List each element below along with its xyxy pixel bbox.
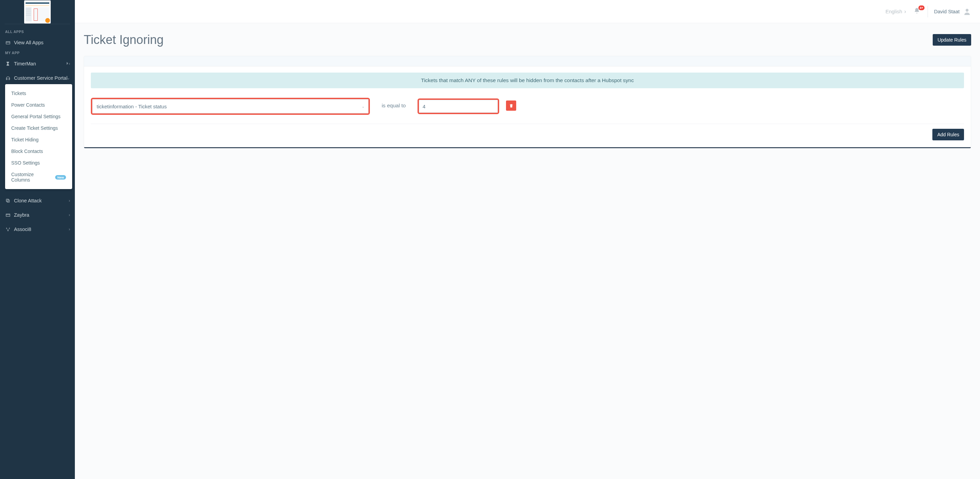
user-menu[interactable]: David Staat xyxy=(934,8,971,16)
main-area: English › 4+ David Staat Ticket Ignoring… xyxy=(75,0,980,479)
chevron-down-icon: ⌄ xyxy=(67,76,70,80)
sidebar-item-label: Power Contacts xyxy=(11,102,45,108)
avatar-icon xyxy=(963,8,971,16)
submenu-ticket-hiding[interactable]: Ticket Hiding xyxy=(5,134,72,145)
notifications-button[interactable]: 4+ xyxy=(912,6,921,17)
new-badge: New xyxy=(55,175,66,180)
trash-icon xyxy=(509,104,514,108)
rules-card: Tickets that match ANY of these rules wi… xyxy=(84,56,971,147)
customer-service-submenu: Tickets Power Contacts General Portal Se… xyxy=(5,84,72,189)
sidebar-item-label: Customer Service Portal xyxy=(14,75,67,81)
card-header-band xyxy=(84,56,971,66)
info-banner: Tickets that match ANY of these rules wi… xyxy=(91,73,964,88)
copy-icon xyxy=(5,198,11,203)
divider xyxy=(928,6,928,18)
sidebar-heading-all-apps: ALL APPS xyxy=(0,27,75,37)
chevron-right-icon: › xyxy=(69,227,70,232)
submenu-general-portal-settings[interactable]: General Portal Settings xyxy=(5,111,72,122)
rule-field-select[interactable]: ticketinformation - Ticket status xyxy=(92,99,369,113)
nodes-icon xyxy=(5,227,11,232)
rule-operator-label: is equal to xyxy=(377,102,411,110)
topbar: English › 4+ David Staat xyxy=(75,0,980,23)
sidebar-item-associ8[interactable]: Associ8 › xyxy=(0,223,75,235)
sidebar-item-label: Create Ticket Settings xyxy=(11,125,58,131)
submenu-customize-columns[interactable]: Customize Columns New xyxy=(5,169,72,186)
svg-rect-0 xyxy=(6,41,10,44)
card-bottom-accent xyxy=(84,147,971,148)
submenu-power-contacts[interactable]: Power Contacts xyxy=(5,99,72,111)
card-icon xyxy=(5,212,11,218)
sidebar-item-label: Associ8 xyxy=(14,227,31,232)
sidebar-item-label: Zaybra xyxy=(14,212,29,218)
user-name: David Staat xyxy=(934,9,959,14)
sidebar-logo[interactable] xyxy=(0,0,75,24)
svg-rect-1 xyxy=(7,200,10,202)
content: Ticket Ignoring Update Rules Tickets tha… xyxy=(75,23,980,479)
page-header: Ticket Ignoring Update Rules xyxy=(84,33,971,47)
sidebar-item-label: Tickets xyxy=(11,91,26,96)
rule-value-highlight xyxy=(417,99,499,114)
update-rules-button[interactable]: Update Rules xyxy=(933,34,971,46)
grid-icon xyxy=(5,40,11,45)
submenu-block-contacts[interactable]: Block Contacts xyxy=(5,145,72,157)
sidebar-item-label: Block Contacts xyxy=(11,148,43,154)
divider xyxy=(5,24,70,24)
logo-thumbnail xyxy=(24,0,51,24)
sidebar: ALL APPS View All Apps MY APP TimerMan ›… xyxy=(0,0,75,479)
svg-rect-3 xyxy=(6,214,10,216)
page-title: Ticket Ignoring xyxy=(84,33,164,47)
view-all-apps-link[interactable]: View All Apps xyxy=(0,37,75,49)
submenu-tickets[interactable]: Tickets xyxy=(5,88,72,99)
sidebar-item-label: TimerMan xyxy=(14,61,36,66)
svg-rect-2 xyxy=(6,199,8,201)
rule-value-input[interactable] xyxy=(419,100,498,113)
notification-badge: 4+ xyxy=(918,5,924,10)
sidebar-item-timerman[interactable]: TimerMan › xyxy=(0,57,75,70)
headset-icon xyxy=(5,75,11,81)
submenu-create-ticket-settings[interactable]: Create Ticket Settings xyxy=(5,122,72,134)
rule-row: ticketinformation - Ticket status ⌄ is e… xyxy=(91,96,964,124)
card-actions: Add Rules xyxy=(91,129,964,141)
sidebar-item-zaybra[interactable]: Zaybra › xyxy=(0,209,75,221)
chevron-right-icon: › xyxy=(69,198,70,203)
sidebar-item-clone-attack[interactable]: Clone Attack › xyxy=(0,195,75,207)
hourglass-icon xyxy=(5,61,11,66)
sidebar-item-label: Customize Columns xyxy=(11,172,53,183)
sidebar-item-label: Ticket Hiding xyxy=(11,137,38,142)
sidebar-item-label: Clone Attack xyxy=(14,198,41,203)
chevron-right-icon: › xyxy=(66,61,70,66)
add-rules-button[interactable]: Add Rules xyxy=(932,129,964,141)
view-all-apps-label: View All Apps xyxy=(14,40,43,45)
app-root: ALL APPS View All Apps MY APP TimerMan ›… xyxy=(0,0,980,479)
submenu-sso-settings[interactable]: SSO Settings xyxy=(5,157,72,169)
language-label: English xyxy=(885,8,902,14)
chevron-right-icon: › xyxy=(69,212,70,217)
sidebar-heading-my-app: MY APP xyxy=(0,49,75,57)
sidebar-item-customer-service-portal[interactable]: Customer Service Portal ⌄ xyxy=(0,72,75,84)
delete-rule-button[interactable] xyxy=(506,101,516,111)
chevron-right-icon: › xyxy=(904,8,906,15)
language-selector[interactable]: English › xyxy=(885,8,906,15)
svg-point-7 xyxy=(966,8,969,11)
sidebar-item-label: SSO Settings xyxy=(11,160,40,166)
sidebar-item-label: General Portal Settings xyxy=(11,114,60,119)
rule-field-highlight: ticketinformation - Ticket status ⌄ xyxy=(91,98,370,115)
